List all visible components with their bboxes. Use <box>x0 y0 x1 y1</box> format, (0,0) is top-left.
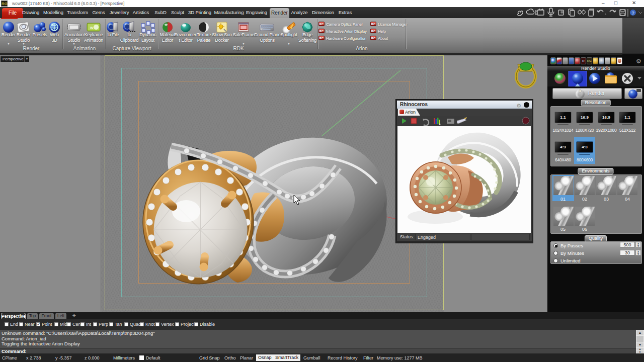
svg-text:?: ? <box>632 11 634 16</box>
svg-text:w: w <box>90 25 94 30</box>
